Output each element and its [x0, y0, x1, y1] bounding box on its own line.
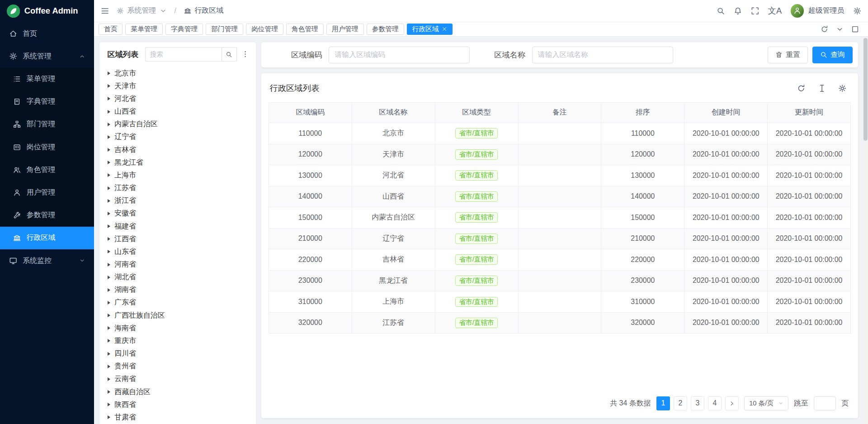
- caret-right-icon[interactable]: [108, 161, 110, 164]
- settings-gear-icon[interactable]: [853, 7, 861, 15]
- table-row[interactable]: 140000 山西省 省市/直辖市 140000 2020-10-01 00:0…: [269, 186, 850, 207]
- hamburger-icon[interactable]: [101, 7, 109, 15]
- caret-right-icon[interactable]: [108, 339, 110, 343]
- tree-item[interactable]: 天津市: [99, 80, 255, 92]
- tree-item[interactable]: 山东省: [99, 245, 255, 258]
- table-row[interactable]: 110000 北京市 省市/直辖市 110000 2020-10-01 00:0…: [269, 123, 850, 144]
- tree-item[interactable]: 陕西省: [99, 398, 255, 411]
- caret-right-icon[interactable]: [108, 276, 110, 279]
- jump-page-input[interactable]: [814, 396, 836, 411]
- chevron-down-icon[interactable]: [836, 25, 844, 33]
- reset-button[interactable]: 重置: [768, 47, 808, 63]
- page-button[interactable]: 2: [674, 396, 688, 410]
- tree-item[interactable]: 贵州省: [99, 360, 255, 373]
- more-options-icon[interactable]: [241, 50, 249, 58]
- tree-item[interactable]: 湖南省: [99, 284, 255, 296]
- caret-right-icon[interactable]: [108, 212, 110, 215]
- caret-right-icon[interactable]: [108, 326, 110, 330]
- caret-right-icon[interactable]: [108, 314, 110, 317]
- sidebar-item-home[interactable]: 首页: [0, 22, 94, 45]
- tree-item[interactable]: 北京市: [99, 67, 255, 80]
- sidebar-subitem[interactable]: 部门管理: [0, 113, 94, 136]
- tree-item[interactable]: 安徽省: [99, 207, 255, 220]
- caret-right-icon[interactable]: [108, 110, 110, 114]
- tab[interactable]: 岗位管理: [246, 24, 283, 35]
- tree-item[interactable]: 云南省: [99, 373, 255, 386]
- user-menu[interactable]: 超级管理员: [791, 4, 844, 17]
- caret-right-icon[interactable]: [108, 148, 110, 152]
- table-row[interactable]: 220000 吉林省 省市/直辖市 220000 2020-10-01 00:0…: [269, 249, 850, 271]
- sidebar-subitem[interactable]: 菜单管理: [0, 67, 94, 90]
- tab[interactable]: 行政区域: [407, 24, 453, 35]
- tab[interactable]: 用户管理: [326, 24, 364, 35]
- table-row[interactable]: 130000 河北省 省市/直辖市 130000 2020-10-01 00:0…: [269, 165, 850, 186]
- tree-item[interactable]: 山西省: [99, 105, 255, 118]
- caret-right-icon[interactable]: [108, 84, 110, 88]
- column-height-icon[interactable]: [818, 84, 826, 92]
- table-settings-icon[interactable]: [838, 84, 846, 92]
- caret-right-icon[interactable]: [108, 135, 110, 139]
- tree-item[interactable]: 河北省: [99, 92, 255, 105]
- tree-search-input[interactable]: [145, 47, 222, 62]
- next-page-button[interactable]: [725, 396, 739, 410]
- tree-item[interactable]: 内蒙古自治区: [99, 118, 255, 131]
- tab[interactable]: 字典管理: [165, 24, 203, 35]
- scrollbar-thumb[interactable]: [863, 38, 868, 141]
- bell-icon[interactable]: [734, 7, 742, 15]
- table-row[interactable]: 120000 天津市 省市/直辖市 120000 2020-10-01 00:0…: [269, 144, 850, 165]
- tree-item[interactable]: 广东省: [99, 296, 255, 309]
- tab[interactable]: 首页: [99, 24, 123, 35]
- caret-right-icon[interactable]: [108, 263, 110, 267]
- sidebar-subitem[interactable]: 字典管理: [0, 91, 94, 113]
- caret-right-icon[interactable]: [108, 250, 110, 253]
- tree-item[interactable]: 福建省: [99, 220, 255, 233]
- page-button[interactable]: 4: [708, 396, 722, 410]
- caret-right-icon[interactable]: [108, 97, 110, 100]
- caret-right-icon[interactable]: [108, 390, 110, 394]
- tab[interactable]: 菜单管理: [125, 24, 163, 35]
- caret-right-icon[interactable]: [108, 173, 110, 177]
- tree-item[interactable]: 四川省: [99, 348, 255, 360]
- tree-item[interactable]: 海南省: [99, 322, 255, 334]
- caret-right-icon[interactable]: [108, 123, 110, 126]
- query-button[interactable]: 查询: [812, 47, 853, 63]
- sidebar-item-system-management[interactable]: 系统管理: [0, 45, 94, 67]
- tree-item[interactable]: 上海市: [99, 169, 255, 181]
- table-row[interactable]: 320000 江苏省 省市/直辖市 320000 2020-10-01 00:0…: [269, 312, 850, 333]
- page-button[interactable]: 3: [691, 396, 705, 410]
- tree-item[interactable]: 江西省: [99, 233, 255, 245]
- caret-right-icon[interactable]: [108, 301, 110, 305]
- sidebar-subitem[interactable]: 角色管理: [0, 158, 94, 181]
- caret-right-icon[interactable]: [108, 288, 110, 292]
- tree-item[interactable]: 重庆市: [99, 334, 255, 347]
- caret-right-icon[interactable]: [108, 377, 110, 381]
- caret-right-icon[interactable]: [108, 403, 110, 406]
- scrollbar-track[interactable]: [863, 37, 868, 424]
- sidebar-item-system-monitor[interactable]: 系统监控: [0, 249, 94, 272]
- caret-right-icon[interactable]: [108, 71, 110, 75]
- fullscreen-icon[interactable]: [751, 7, 759, 15]
- caret-right-icon[interactable]: [108, 237, 110, 241]
- sidebar-subitem[interactable]: 岗位管理: [0, 136, 94, 158]
- table-row[interactable]: 230000 黑龙江省 省市/直辖市 230000 2020-10-01 00:…: [269, 270, 850, 291]
- page-button[interactable]: 1: [656, 396, 670, 410]
- caret-right-icon[interactable]: [108, 352, 110, 356]
- tree-item[interactable]: 江苏省: [99, 182, 255, 195]
- tree-item[interactable]: 黑龙江省: [99, 156, 255, 169]
- tree-item[interactable]: 河南省: [99, 258, 255, 271]
- region-code-input[interactable]: [329, 47, 470, 63]
- caret-right-icon[interactable]: [108, 224, 110, 228]
- region-name-input[interactable]: [532, 47, 673, 63]
- tree-item[interactable]: 甘肃省: [99, 411, 255, 424]
- tree-item[interactable]: 西藏自治区: [99, 386, 255, 398]
- close-icon[interactable]: [442, 26, 447, 32]
- caret-right-icon[interactable]: [108, 199, 110, 203]
- refresh-icon[interactable]: [821, 25, 828, 33]
- caret-right-icon[interactable]: [108, 186, 110, 190]
- table-row[interactable]: 210000 辽宁省 省市/直辖市 210000 2020-10-01 00:0…: [269, 228, 850, 249]
- sidebar-subitem[interactable]: 行政区域: [0, 227, 94, 249]
- sidebar-subitem[interactable]: 用户管理: [0, 181, 94, 204]
- breadcrumb-root[interactable]: 系统管理: [117, 6, 166, 15]
- tab[interactable]: 参数管理: [367, 24, 404, 35]
- tree-item[interactable]: 吉林省: [99, 143, 255, 156]
